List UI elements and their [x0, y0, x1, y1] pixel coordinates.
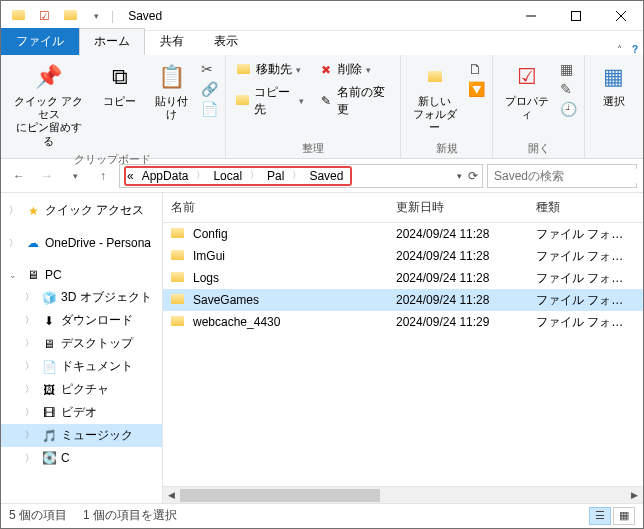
qat-newfolder-icon[interactable] [59, 5, 81, 27]
pin-to-quick-access-button[interactable]: 📌 クイック アクセス にピン留めする [7, 59, 91, 150]
tree-item-icon: 🎞 [41, 405, 57, 421]
navigation-tree[interactable]: 〉★クイック アクセス 〉☁OneDrive - Persona ⌄🖥PC 〉🧊… [1, 193, 163, 503]
chevron-right-icon: 〉 [247, 169, 262, 182]
tree-item-icon: 🎵 [41, 428, 57, 444]
breadcrumb-part[interactable]: Pal [264, 169, 287, 183]
tree-item[interactable]: 〉🧊3D オブジェクト [1, 286, 162, 309]
folder-icon [171, 249, 187, 263]
help-icon[interactable]: ? [627, 44, 643, 55]
group-open: ☑ プロパティ ▦ ✎ 🕘 開く [493, 55, 585, 158]
group-organize: 移動先▾ コピー先▾ ✖削除▾ ✎名前の変更 整理 [226, 55, 401, 158]
breadcrumb-part[interactable]: Saved [306, 169, 346, 183]
address-dropdown-icon[interactable]: ▾ [457, 171, 462, 181]
scroll-left-icon[interactable]: ◀ [163, 487, 180, 504]
tree-item[interactable]: 〉🎞ビデオ [1, 401, 162, 424]
group-clipboard: 📌 クイック アクセス にピン留めする ⧉ コピー 📋 貼り付け ✂ 🔗 📄 ク… [1, 55, 226, 158]
tab-home[interactable]: ホーム [79, 28, 145, 55]
tree-pc[interactable]: ⌄🖥PC [1, 264, 162, 286]
qat-properties-icon[interactable]: ☑ [33, 5, 55, 27]
folder-icon [171, 227, 187, 241]
group-label [591, 154, 637, 156]
close-button[interactable] [598, 1, 643, 30]
cut-icon[interactable]: ✂ [201, 61, 219, 79]
paste-shortcut-icon[interactable]: 📄 [201, 101, 219, 119]
paste-button[interactable]: 📋 貼り付け [149, 59, 195, 123]
window-controls [508, 1, 643, 30]
move-to-button[interactable]: 移動先▾ [232, 59, 309, 80]
tree-onedrive[interactable]: 〉☁OneDrive - Persona [1, 232, 162, 254]
window-title: Saved [120, 9, 508, 23]
tree-item[interactable]: 〉🎵ミュージック [1, 424, 162, 447]
paste-icon: 📋 [156, 61, 188, 93]
select-icon: ▦ [598, 61, 630, 93]
group-new: 新しい フォルダー 🗋 🔽 新規 [401, 55, 493, 158]
history-icon[interactable]: 🕘 [560, 101, 578, 119]
new-item-icon[interactable]: 🗋 [468, 61, 486, 79]
qat-dropdown-icon[interactable]: ▾ [85, 5, 107, 27]
tab-share[interactable]: 共有 [145, 28, 199, 55]
details-view-button[interactable]: ☰ [589, 507, 611, 525]
forward-button[interactable]: → [35, 164, 59, 188]
col-type[interactable]: 種類 [528, 193, 638, 222]
folder-icon [171, 293, 187, 307]
ribbon-tabs: ファイル ホーム 共有 表示 ˄ ? [1, 31, 643, 55]
breadcrumb-part[interactable]: AppData [139, 169, 192, 183]
search-input[interactable] [494, 169, 644, 183]
group-label: 開く [499, 139, 578, 156]
copy-icon: ⧉ [104, 61, 136, 93]
copy-path-icon[interactable]: 🔗 [201, 81, 219, 99]
file-row[interactable]: Config2024/09/24 11:28ファイル フォルダー [163, 223, 643, 245]
status-bar: 5 個の項目 1 個の項目を選択 ☰ ▦ [1, 503, 643, 527]
scroll-right-icon[interactable]: ▶ [626, 487, 643, 504]
tree-item[interactable]: 〉🖥デスクトップ [1, 332, 162, 355]
ribbon-collapse-icon[interactable]: ˄ [612, 44, 627, 55]
col-date[interactable]: 更新日時 [388, 193, 528, 222]
edit-icon[interactable]: ✎ [560, 81, 578, 99]
view-switcher: ☰ ▦ [589, 507, 635, 525]
tree-item-icon: 📄 [41, 359, 57, 375]
chevron-right-icon: 〉 [289, 169, 304, 182]
new-small: 🗋 🔽 [468, 59, 486, 99]
title-bar: ☑ ▾ | Saved [1, 1, 643, 31]
copy-to-button[interactable]: コピー先▾ [232, 82, 309, 120]
tree-item[interactable]: 〉💽C [1, 447, 162, 469]
tree-item[interactable]: 〉🖼ピクチャ [1, 378, 162, 401]
group-label: 新規 [407, 139, 486, 156]
horizontal-scrollbar[interactable]: ◀ ▶ [163, 486, 643, 503]
tree-quick-access[interactable]: 〉★クイック アクセス [1, 199, 162, 222]
refresh-icon[interactable]: ⟳ [468, 169, 478, 183]
minimize-button[interactable] [508, 1, 553, 30]
tab-file[interactable]: ファイル [1, 28, 79, 55]
copy-button[interactable]: ⧉ コピー [97, 59, 143, 110]
file-row[interactable]: SaveGames2024/09/24 11:28ファイル フォルダー [163, 289, 643, 311]
breadcrumb-part[interactable]: Local [210, 169, 245, 183]
item-count: 5 個の項目 [9, 507, 67, 524]
rename-button[interactable]: ✎名前の変更 [314, 82, 394, 120]
tree-item[interactable]: 〉📄ドキュメント [1, 355, 162, 378]
breadcrumb-overflow[interactable]: « [124, 169, 137, 183]
tree-item-icon: 💽 [41, 450, 57, 466]
delete-button[interactable]: ✖削除▾ [314, 59, 394, 80]
pc-icon: 🖥 [25, 267, 41, 283]
recent-dropdown[interactable]: ▾ [63, 164, 87, 188]
search-box[interactable] [487, 164, 637, 188]
back-button[interactable]: ← [7, 164, 31, 188]
clipboard-small: ✂ 🔗 📄 [201, 59, 219, 119]
icons-view-button[interactable]: ▦ [613, 507, 635, 525]
file-row[interactable]: Logs2024/09/24 11:28ファイル フォルダー [163, 267, 643, 289]
col-name[interactable]: 名前 [163, 193, 388, 222]
file-row[interactable]: ImGui2024/09/24 11:28ファイル フォルダー [163, 245, 643, 267]
tab-view[interactable]: 表示 [199, 28, 253, 55]
new-folder-button[interactable]: 新しい フォルダー [407, 59, 462, 137]
scroll-thumb[interactable] [180, 489, 380, 502]
easy-access-icon[interactable]: 🔽 [468, 81, 486, 99]
properties-button[interactable]: ☑ プロパティ [499, 59, 554, 123]
file-row[interactable]: webcache_44302024/09/24 11:29ファイル フォルダー [163, 311, 643, 333]
tree-item[interactable]: 〉⬇ダウンロード [1, 309, 162, 332]
up-button[interactable]: ↑ [91, 164, 115, 188]
address-bar[interactable]: « AppData〉 Local〉 Pal〉 Saved ▾ ⟳ [119, 164, 483, 188]
open-icon[interactable]: ▦ [560, 61, 578, 79]
select-button[interactable]: ▦ 選択 [591, 59, 637, 110]
maximize-button[interactable] [553, 1, 598, 30]
copyto-icon [236, 93, 250, 109]
